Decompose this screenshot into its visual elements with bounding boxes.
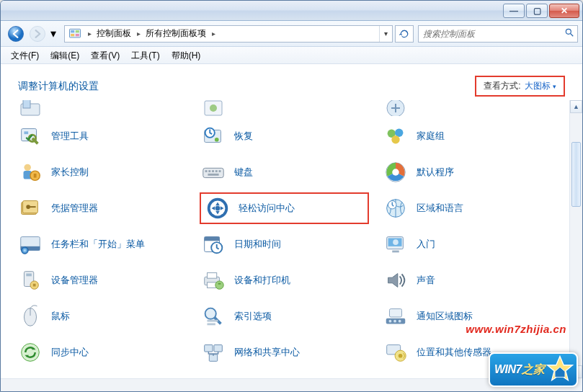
cp-item-credential[interactable]: 凭据管理器 — [17, 192, 187, 224]
control-panel-icon — [68, 27, 82, 41]
cp-item-ease-access[interactable]: 轻松访问中心 — [200, 192, 370, 224]
generic-icon — [382, 100, 409, 116]
svg-rect-80 — [204, 345, 212, 352]
view-mode-dropdown[interactable]: 大图标 — [525, 80, 556, 92]
minimize-button[interactable]: — — [503, 4, 525, 18]
cp-item-label: 轻松访问中心 — [239, 202, 295, 215]
crumb-sep-icon[interactable]: ▸ — [85, 30, 94, 37]
scroll-down-button[interactable]: ▼ — [570, 365, 582, 378]
menu-help[interactable]: 帮助(H) — [166, 48, 207, 63]
menu-bar: 文件(F) 编辑(E) 查看(V) 工具(T) 帮助(H) — [1, 47, 582, 64]
refresh-button[interactable] — [395, 25, 414, 43]
svg-point-75 — [399, 320, 401, 323]
address-bar[interactable]: ▸ 控制面板 ▸ 所有控制面板项 ▸ ▾ — [64, 25, 393, 43]
close-button[interactable]: ✕ — [549, 4, 579, 18]
svg-point-23 — [392, 135, 400, 143]
svg-rect-33 — [218, 170, 221, 172]
menu-file[interactable]: 文件(F) — [5, 48, 45, 63]
scroll-thumb[interactable] — [571, 142, 581, 207]
menu-tools[interactable]: 工具(T) — [125, 48, 165, 63]
svg-rect-81 — [214, 345, 222, 352]
mouse-icon — [17, 303, 44, 330]
cp-item-label: 区域和语言 — [417, 202, 463, 215]
svg-rect-11 — [23, 100, 30, 108]
cp-item-label: 设备管理器 — [51, 274, 98, 287]
cp-item-label: 凭据管理器 — [51, 202, 98, 215]
location-sensors-icon — [382, 339, 409, 366]
admin-tools-icon — [17, 122, 44, 150]
svg-rect-60 — [33, 284, 36, 287]
search-icon[interactable] — [561, 27, 577, 40]
svg-rect-58 — [26, 274, 32, 277]
crumb-sep-icon[interactable]: ▸ — [134, 30, 143, 37]
cp-item-location-sensors[interactable]: 位置和其他传感器 — [382, 337, 552, 368]
cp-item-device-manager[interactable]: 设备管理器 — [17, 264, 187, 296]
menu-edit[interactable]: 编辑(E) — [45, 48, 85, 63]
cp-item-label: 鼠标 — [51, 310, 70, 323]
breadcrumb-all-items[interactable]: 所有控制面板项 — [143, 27, 209, 40]
cp-item-admin-tools[interactable]: 管理工具 — [17, 120, 187, 152]
cp-item-label: 声音 — [417, 274, 435, 287]
notification-icon — [382, 303, 409, 330]
search-input[interactable] — [419, 29, 561, 39]
address-end: ▾ — [379, 26, 392, 42]
cp-item-mouse[interactable]: 鼠标 — [17, 300, 187, 332]
svg-point-43 — [215, 206, 220, 211]
cp-item-label: 网络和共享中心 — [234, 346, 300, 359]
cp-item-notification[interactable]: 通知区域图标 — [382, 300, 552, 332]
cp-item-recovery[interactable]: 恢复 — [200, 120, 370, 152]
sound-icon — [382, 267, 409, 294]
homegroup-icon — [382, 122, 409, 150]
cp-item-homegroup[interactable]: 家庭组 — [382, 120, 552, 152]
vertical-scrollbar[interactable]: ▲ ▼ — [569, 100, 582, 378]
scroll-pane: 管理工具 恢复 家庭组 家长控制 键盘 — [1, 100, 568, 391]
scroll-track[interactable] — [570, 113, 582, 365]
device-manager-icon — [17, 267, 44, 294]
generic-icon — [200, 100, 227, 116]
cp-item-network-sharing[interactable]: 网络和共享中心 — [200, 337, 370, 368]
breadcrumb-control-panel[interactable]: 控制面板 — [94, 27, 134, 40]
scroll-up-button[interactable]: ▲ — [570, 100, 582, 113]
cp-item-parental[interactable]: 家长控制 — [17, 156, 187, 188]
horizontal-scrollbar[interactable] — [1, 378, 569, 391]
page-title: 调整计算机的设置 — [18, 80, 99, 93]
menu-view[interactable]: 查看(V) — [85, 48, 125, 63]
cp-item-region[interactable]: 区域和语言 — [382, 192, 552, 224]
address-dropdown[interactable]: ▾ — [379, 26, 392, 42]
cp-item-date-time[interactable]: 日期和时间 — [200, 228, 370, 260]
crumb-sep-icon[interactable]: ▸ — [209, 30, 218, 37]
cp-item-devices-printers[interactable]: 设备和打印机 — [200, 264, 370, 296]
cp-item-partial[interactable] — [382, 100, 552, 116]
scroll-corner — [569, 378, 582, 391]
cp-item-partial[interactable] — [200, 100, 370, 116]
cp-item-default-programs[interactable]: 默认程序 — [382, 156, 552, 188]
cp-item-label: 位置和其他传感器 — [417, 346, 491, 359]
sync-center-icon — [17, 339, 44, 366]
ease-access-icon — [204, 195, 231, 222]
date-time-icon — [200, 231, 227, 258]
nav-history-dropdown[interactable]: ▾ — [48, 24, 58, 44]
cp-item-sound[interactable]: 声音 — [382, 264, 552, 296]
svg-rect-34 — [208, 174, 218, 176]
cp-item-indexing[interactable]: 索引选项 — [200, 300, 370, 332]
cp-item-label: 默认程序 — [417, 166, 454, 179]
svg-point-68 — [205, 308, 215, 319]
items-grid: 管理工具 恢复 家庭组 家长控制 键盘 — [1, 100, 568, 383]
svg-point-0 — [8, 26, 23, 41]
cp-item-label: 家庭组 — [417, 130, 445, 143]
cp-item-getting-started[interactable]: 入门 — [382, 228, 552, 260]
svg-point-73 — [389, 320, 392, 323]
search-box[interactable] — [418, 25, 578, 43]
cp-item-keyboard[interactable]: 键盘 — [200, 156, 370, 188]
maximize-button[interactable]: ▢ — [526, 4, 548, 18]
forward-button[interactable] — [27, 24, 48, 44]
svg-rect-70 — [207, 320, 218, 322]
cp-item-sync-center[interactable]: 同步中心 — [17, 337, 187, 368]
svg-point-55 — [393, 239, 399, 245]
network-sharing-icon — [200, 339, 227, 366]
cp-item-partial[interactable] — [17, 100, 187, 116]
back-button[interactable] — [5, 24, 27, 44]
svg-point-36 — [393, 169, 399, 175]
cp-item-label: 任务栏和「开始」菜单 — [51, 238, 145, 251]
cp-item-taskbar[interactable]: 任务栏和「开始」菜单 — [17, 228, 187, 260]
